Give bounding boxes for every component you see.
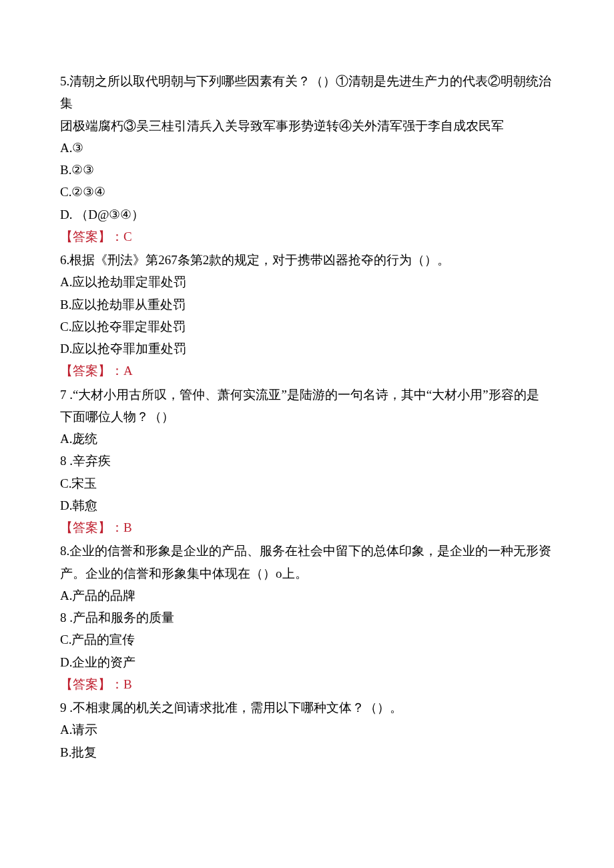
question-text-line: 9 .不相隶属的机关之间请求批准，需用以下哪种文体？（）。 (60, 697, 554, 719)
question-text-line: 7 .“大材小用古所叹，管仲、萧何实流亚”是陆游的一句名诗，其中“大材小用”形容… (60, 384, 554, 406)
option-d: D.应以抢夺罪加重处罚 (60, 338, 554, 360)
question-text-line: 8.企业的信誉和形象是企业的产品、服务在社会中留下的总体印象，是企业的一种无形资 (60, 540, 554, 562)
question-6: 6.根据《刑法》第267条第2款的规定，对于携带凶器抢夺的行为（）。 A.应以抢… (60, 249, 554, 382)
question-5: 5.清朝之所以取代明朝与下列哪些因素有关？（）①清朝是先进生产力的代表②明朝统治… (60, 70, 554, 248)
answer-value: B (123, 520, 132, 534)
question-7: 7 .“大材小用古所叹，管仲、萧何实流亚”是陆游的一句名诗，其中“大材小用”形容… (60, 384, 554, 539)
answer-value: B (123, 677, 132, 691)
question-text-line: 6.根据《刑法》第267条第2款的规定，对于携带凶器抢夺的行为（）。 (60, 249, 554, 271)
answer-label: 【答案】： (60, 520, 123, 534)
option-b: 8 .辛弃疾 (60, 450, 554, 472)
answer-line: 【答案】：C (60, 226, 554, 248)
answer-value: C (123, 230, 132, 244)
option-c: C.应以抢夺罪定罪处罚 (60, 316, 554, 338)
answer-label: 【答案】： (60, 230, 123, 244)
option-a: A.请示 (60, 719, 554, 741)
answer-value: A (123, 364, 133, 378)
question-8: 8.企业的信誉和形象是企业的产品、服务在社会中留下的总体印象，是企业的一种无形资… (60, 540, 554, 695)
question-9: 9 .不相隶属的机关之间请求批准，需用以下哪种文体？（）。 A.请示 B.批复 (60, 697, 554, 763)
question-text-line: 5.清朝之所以取代明朝与下列哪些因素有关？（）①清朝是先进生产力的代表②明朝统治… (60, 70, 554, 115)
question-text-line: 团极端腐朽③吴三桂引清兵入关导致军事形势逆转④关外清军强于李自成农民军 (60, 115, 554, 137)
option-c: C.产品的宣传 (60, 628, 554, 650)
option-b: B.批复 (60, 741, 554, 763)
answer-line: 【答案】：A (60, 360, 554, 382)
option-a: A.应以抢劫罪定罪处罚 (60, 271, 554, 293)
option-d: D.韩愈 (60, 494, 554, 516)
question-text-line: 下面哪位人物？（） (60, 406, 554, 428)
question-text-line: 产。企业的信誉和形象集中体现在（）o上。 (60, 562, 554, 584)
option-c: C.②③④ (60, 181, 554, 203)
answer-label: 【答案】： (60, 677, 123, 691)
option-a: A.产品的品牌 (60, 584, 554, 606)
answer-label: 【答案】： (60, 364, 123, 378)
option-b: B.②③ (60, 159, 554, 181)
option-b: B.应以抢劫罪从重处罚 (60, 294, 554, 316)
option-c: C.宋玉 (60, 472, 554, 494)
answer-line: 【答案】：B (60, 516, 554, 538)
option-a: A.庞统 (60, 428, 554, 450)
option-d: D. （D@③④） (60, 203, 554, 226)
answer-line: 【答案】：B (60, 673, 554, 695)
option-b: 8 .产品和服务的质量 (60, 606, 554, 628)
option-d: D.企业的资产 (60, 651, 554, 673)
option-a: A.③ (60, 137, 554, 159)
